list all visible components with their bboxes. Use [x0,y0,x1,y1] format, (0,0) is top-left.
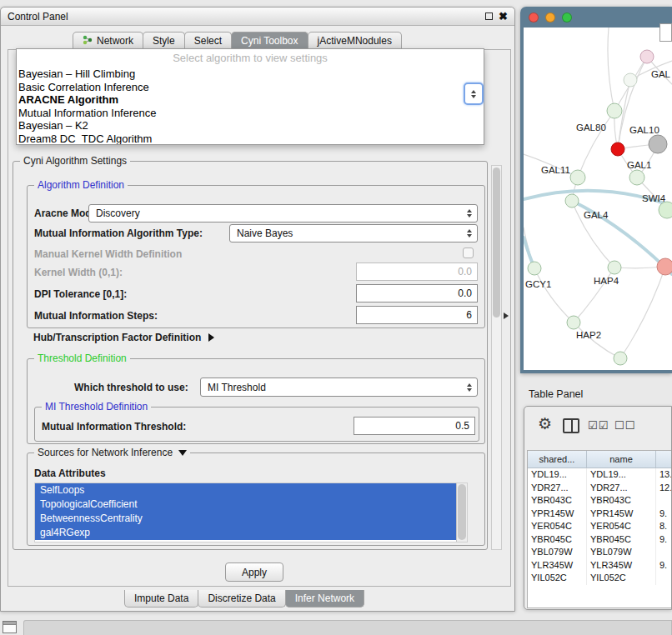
network-node[interactable] [640,50,654,63]
dpi-tolerance-field[interactable]: 0.0 [356,284,478,302]
sources-group: Sources for Network Inference Data Attri… [27,452,485,546]
column-header[interactable] [656,451,672,468]
table-row[interactable]: YER054CYER054C8. [528,520,672,533]
network-scrollbar-fragment[interactable] [659,23,672,42]
which-threshold-value: MI Threshold [208,382,266,393]
minimized-window-icon[interactable] [3,621,17,633]
select-all-checkboxes-icon[interactable]: ☑☑ [588,419,609,432]
column-header[interactable]: name [587,451,656,468]
tab-cyni-toolbox[interactable]: Cyni Toolbox [231,32,308,49]
mi-type-select[interactable]: Naive Bayes [229,224,478,242]
table-row[interactable]: YPR145WYPR145W9. [528,508,672,521]
focused-combo-arrows[interactable] [464,82,484,105]
network-node[interactable] [611,142,624,156]
tab-jactivemnodules[interactable]: jActiveMNodules [308,32,402,49]
network-node[interactable] [607,103,622,118]
node-table: shared...name YDL19...YDL19...13...YDR27… [527,450,672,608]
control-panel-titlebar[interactable]: Control Panel ✖ [1,8,514,26]
network-node[interactable] [629,170,644,185]
network-node[interactable] [565,194,579,208]
table-row[interactable]: YDL19...YDL19...13... [528,468,672,482]
attribute-item[interactable]: TopologicalCoefficient [35,498,456,512]
table-cell: YDR27... [528,482,587,495]
collapse-down-icon[interactable] [178,450,187,456]
data-attributes-listbox: SelfLoopsTopologicalCoefficientBetweenne… [34,482,468,542]
close-traffic-icon[interactable] [529,12,539,22]
mi-type-value: Naive Bayes [237,228,293,239]
network-node[interactable] [657,258,672,275]
network-node[interactable] [624,73,637,87]
gear-icon[interactable]: ⚙ [538,414,552,433]
table-row[interactable]: YLR345WYLR345W9. [528,559,672,572]
algorithm-option-basic-correlation-inference[interactable]: Basic Correlation Inference [17,81,484,94]
network-node[interactable] [570,170,585,185]
attribute-item[interactable]: BetweennessCentrality [35,512,456,526]
network-canvas[interactable]: GALGAL80GAL10GAL11GAL1SWI4GAL4GCY1HAP4HA… [524,28,672,370]
algorithm-option-mutual-information-inference[interactable]: Mutual Information Inference [17,107,484,120]
mi-steps-field[interactable]: 6 [356,306,478,324]
settings-scrollbar[interactable] [491,165,502,550]
columns-icon[interactable] [563,418,579,433]
float-window-icon[interactable] [485,12,493,20]
tab-label: Impute Data [134,592,188,604]
table-row[interactable]: YBL079WYBL079W [528,546,672,559]
which-threshold-select[interactable]: MI Threshold [200,378,478,397]
node-label: GAL80 [576,122,606,132]
window-traffic-lights [529,12,572,22]
tab-discretize-data[interactable]: Discretize Data [198,590,285,608]
tab-infer-network[interactable]: Infer Network [285,590,364,608]
algorithm-option-dream8-dc-tdc-algorithm[interactable]: Dream8 DC_TDC Algorithm [17,132,484,146]
network-node[interactable] [608,261,621,274]
network-node[interactable] [567,316,580,329]
minimize-traffic-icon[interactable] [545,12,555,22]
aracne-mode-select[interactable]: Discovery [88,204,478,222]
table-cell: 9. [656,508,672,521]
scrollbar-thumb[interactable] [493,168,500,318]
deselect-checkboxes-icon[interactable]: ☐☐ [614,419,635,432]
algorithm-dropdown-popup: Select algorithm to view settingsBayesia… [16,48,484,145]
attribute-item[interactable]: SelfLoops [35,483,456,498]
sources-title[interactable]: Sources for Network Inference [34,447,190,458]
apply-button[interactable]: Apply [225,562,283,582]
tab-style[interactable]: Style [143,32,185,49]
mi-threshold-field[interactable]: 0.5 [354,417,475,435]
network-node[interactable] [659,202,672,218]
tab-label: Infer Network [295,592,354,604]
hub-definition-label: Hub/Transcription Factor Definition [33,332,201,343]
zoom-traffic-icon[interactable] [562,12,572,22]
table-row[interactable]: YBR045CYBR045C9. [528,533,672,547]
table-cell: YER054C [528,520,587,533]
kernel-width-field: 0.0 [356,262,478,281]
algorithm-dropdown-placeholder: Select algorithm to view settings [17,49,484,68]
network-node[interactable] [528,262,541,275]
splitter-arrow-icon[interactable] [504,312,509,319]
tab-impute-data[interactable]: Impute Data [124,590,198,608]
algorithm-option-bayesian-hill-climbing[interactable]: Bayesian – Hill Climbing [17,68,484,81]
which-threshold-label: Which threshold to use: [74,382,188,393]
hub-definition-section[interactable]: Hub/Transcription Factor Definition [33,332,214,343]
expand-right-icon[interactable] [208,333,214,342]
window-title: Control Panel [8,11,68,22]
group-title: MI Threshold Definition [42,401,151,412]
close-icon[interactable]: ✖ [499,11,508,22]
tab-select[interactable]: Select [184,32,232,49]
table-row[interactable]: YDR27...YDR27...12... [528,482,672,495]
desktop: Control Panel ✖ NetworkStyleSelectCyni T… [0,0,672,635]
combo-arrows-icon [467,229,472,238]
network-node[interactable] [649,135,667,153]
attribute-item[interactable]: gal4RGexp [35,526,456,540]
column-header[interactable]: shared... [528,451,587,468]
tab-network[interactable]: Network [73,32,143,49]
network-node[interactable] [614,352,627,365]
algorithm-option-bayesian-k2[interactable]: Bayesian – K2 [17,119,484,132]
table-row[interactable]: YBR043CYBR043C [528,494,672,508]
node-label: GAL4 [584,210,609,220]
table-cell: YBR043C [528,494,587,508]
table-cell: YLR345W [587,559,656,572]
tab-label: Network [97,35,133,47]
table-cell: 13... [656,468,672,482]
algorithm-option-aracne-algorithm[interactable]: ARACNE Algorithm [17,93,484,107]
table-row[interactable]: YIL052CYIL052C [528,572,672,585]
list-scrollbar[interactable] [456,483,467,542]
node-label: HAP2 [576,330,601,340]
